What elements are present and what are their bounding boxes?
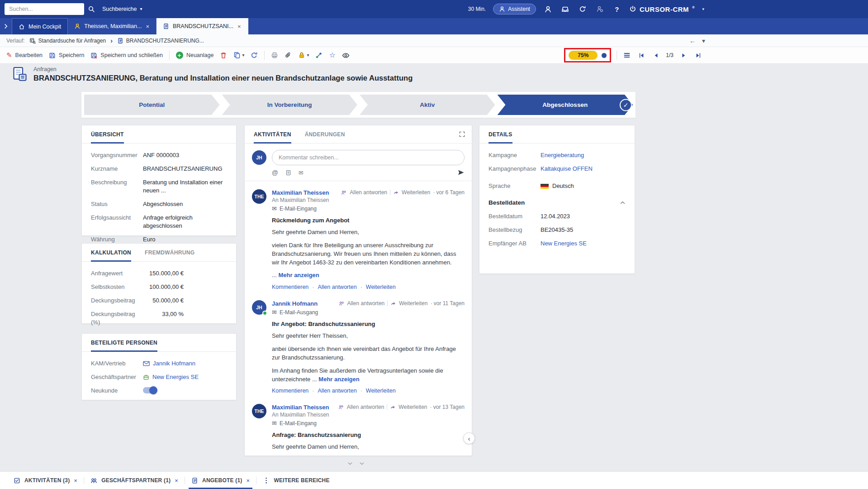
order-recipient-link[interactable]: New Energies SE [541, 240, 587, 248]
show-more-link[interactable]: Mehr anzeigen [318, 376, 359, 383]
new-record-button[interactable]: Neuanlage [176, 52, 213, 59]
assistant-button[interactable]: Assistent [493, 4, 536, 14]
chevron-up-icon[interactable] [620, 200, 626, 206]
stage-label: In Vorbereitung [267, 101, 312, 108]
close-icon[interactable]: × [237, 23, 242, 30]
next-record-button[interactable] [679, 53, 688, 58]
lock-button[interactable]: ▾ [298, 52, 309, 59]
partner-link[interactable]: New Energies SE [143, 373, 199, 381]
bottom-tab-weitere-bereiche[interactable]: ⋮ WEITERE BEREICHE [256, 472, 336, 489]
tab-aktivitaeten[interactable]: AKTIVITÄTEN [254, 125, 291, 143]
search-icon[interactable] [88, 5, 95, 13]
attachment-button[interactable] [285, 52, 292, 59]
save-close-button[interactable]: Speichern und schließen [90, 52, 163, 59]
close-icon[interactable]: × [74, 477, 77, 484]
review-highlight-box: 75% [564, 48, 611, 62]
previous-record-button[interactable] [651, 53, 660, 58]
tab-contact-theissen[interactable]: Theissen, Maximilian... × [68, 18, 157, 34]
copy-button[interactable]: ▾ [233, 52, 244, 59]
send-comment-button[interactable] [457, 169, 465, 176]
tab-aenderungen[interactable]: ÄNDERUNGEN [305, 125, 345, 143]
save-close-icon [90, 52, 97, 59]
reply-all-action[interactable]: Allen antworten [347, 300, 385, 307]
bottom-tab-angebote[interactable]: ANGEBOTE (1) × [185, 472, 256, 489]
menu-button[interactable] [622, 52, 631, 59]
campaign-phase-link[interactable]: Kaltakquise OFFEN [541, 165, 593, 173]
mail-icon[interactable]: ✉ [299, 169, 304, 176]
forward-action[interactable]: Weiterleiten [399, 300, 427, 307]
entry-actions: Kommentieren Allen antworten Weiterleite… [272, 388, 465, 394]
chevron-down-icon[interactable]: ▾ [702, 38, 705, 44]
author-link[interactable]: Maximilian Theissen [272, 189, 329, 196]
scroll-down-button[interactable] [358, 460, 366, 467]
redo-button[interactable] [578, 4, 588, 14]
chevron-down-icon[interactable]: ▾ [702, 7, 704, 11]
bottom-tab-label: ANGEBOTE (1) [202, 477, 242, 484]
bottom-tab-aktivitaeten[interactable]: AKTIVITÄTEN (3) × [7, 472, 84, 489]
stage-aktiv[interactable]: Aktiv [360, 95, 495, 115]
calculation-card: KALKULATION FREMDWÄHRUNG Anfragewert150.… [81, 243, 237, 324]
collapse-panel-button[interactable]: ‹ [463, 432, 475, 444]
reply-all-action[interactable]: Allen antworten [347, 404, 384, 410]
breadcrumb-item-record[interactable]: BRANDSCHUTZSANIERUNG... [117, 38, 204, 44]
last-record-button[interactable] [693, 53, 702, 58]
forward-action[interactable]: Weiterleiten [402, 189, 430, 196]
field-kampagnenphase: Kampagnenphase Kaltakquise OFFEN [489, 165, 626, 173]
reply-all-action[interactable]: Allen antworten [350, 189, 387, 196]
tab-uebersicht[interactable]: ÜBERSICHT [91, 125, 124, 143]
author-link[interactable]: Jannik Hofmann [272, 300, 318, 307]
expand-button[interactable] [459, 131, 465, 138]
print-button[interactable] [271, 52, 278, 59]
kam-link[interactable]: Jannik Hofmann [143, 360, 195, 368]
comment-link[interactable]: Kommentieren [272, 388, 308, 394]
brand-label: CURSOR-CRM [640, 5, 689, 13]
visibility-button[interactable] [342, 52, 350, 59]
scroll-down-button[interactable] [346, 460, 354, 467]
close-icon[interactable]: × [175, 477, 178, 484]
help-button[interactable]: ? [612, 4, 622, 14]
tabs-overflow-button[interactable] [0, 18, 12, 34]
comment-link[interactable]: Kommentieren [272, 284, 308, 290]
back-icon[interactable]: ← [689, 37, 696, 44]
delete-button[interactable] [220, 52, 227, 59]
neukunde-toggle[interactable] [143, 387, 157, 393]
account-settings-button[interactable] [595, 4, 605, 14]
campaign-link[interactable]: Energieberatung [541, 151, 584, 159]
tab-details[interactable]: DETAILS [489, 125, 512, 143]
edit-button[interactable]: ✎Bearbeiten [6, 51, 43, 59]
stage-in-vorbereitung[interactable]: In Vorbereitung [222, 95, 358, 115]
entry-time: vor 13 Tagen [430, 404, 465, 410]
first-record-button[interactable] [637, 53, 646, 58]
stage-potential[interactable]: Potential [84, 95, 220, 115]
forward-action[interactable]: Weiterleiten [398, 404, 427, 410]
user-button[interactable] [543, 4, 553, 14]
stage-abgeschlossen[interactable]: Abgeschlossen [498, 95, 633, 115]
search-areas-button[interactable]: Suchbereiche ▾ [102, 6, 142, 12]
inbox-button[interactable] [560, 4, 570, 14]
forward-link[interactable]: Weiterleiten [357, 284, 396, 290]
reply-all-link[interactable]: Allen antworten [308, 284, 356, 290]
mail-icon: ✉ [272, 205, 277, 212]
show-more-link[interactable]: Mehr anzeigen [278, 272, 319, 278]
bottom-tab-geschaeftspartner[interactable]: GESCHÄFTSPARTNER (1) × [84, 472, 185, 489]
tab-beteiligte-personen[interactable]: BETEILIGTE PERSONEN [91, 334, 157, 351]
favorite-button[interactable]: ☆ [329, 52, 335, 59]
reply-all-link[interactable]: Allen antworten [308, 388, 356, 394]
assistant-label: Assistent [508, 6, 530, 12]
forward-link[interactable]: Weiterleiten [357, 388, 396, 394]
refresh-button[interactable] [251, 52, 258, 59]
close-icon[interactable]: × [246, 477, 250, 484]
tab-record-brandschutzsanierung[interactable]: BRANDSCHUTZSANI... × [157, 18, 248, 34]
author-link[interactable]: Maximilian Theissen [272, 404, 329, 411]
comment-input[interactable] [272, 150, 465, 165]
workflow-button[interactable] [315, 52, 323, 59]
tab-mein-cockpit[interactable]: Mein Cockpit [12, 18, 68, 34]
close-icon[interactable]: × [145, 23, 150, 30]
tab-kalkulation[interactable]: KALKULATION [91, 244, 131, 261]
search-input[interactable] [5, 3, 84, 15]
tab-fremdwaehrung[interactable]: FREMDWÄHRUNG [145, 244, 194, 261]
task-icon[interactable] [285, 170, 291, 176]
breadcrumb-item-search[interactable]: Standardsuche für Anfragen [29, 38, 106, 44]
save-button[interactable]: Speichern [49, 52, 84, 59]
mention-icon[interactable]: @ [272, 169, 278, 176]
